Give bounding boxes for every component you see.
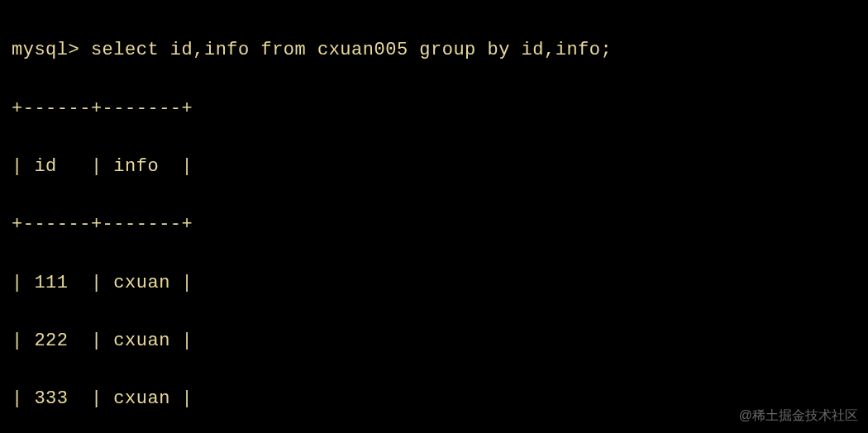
query-line: mysql> select id,info from cxuan005 grou… [12, 36, 856, 64]
mysql-terminal[interactable]: mysql> select id,info from cxuan005 grou… [12, 7, 856, 433]
table-border-mid: +------+-------+ [12, 210, 856, 239]
table-border-top: +------+-------+ [12, 94, 856, 123]
table-header-row: | id | info | [12, 152, 856, 181]
table-row: | 111 | cxuan | [12, 269, 856, 297]
table-row: | 222 | cxuan | [12, 326, 856, 355]
watermark-text: @稀土掘金技术社区 [739, 405, 858, 426]
sql-query: select id,info from cxuan005 group by id… [91, 40, 612, 60]
table-row: | 333 | cxuan | [12, 384, 856, 413]
mysql-prompt: mysql> [12, 40, 91, 60]
